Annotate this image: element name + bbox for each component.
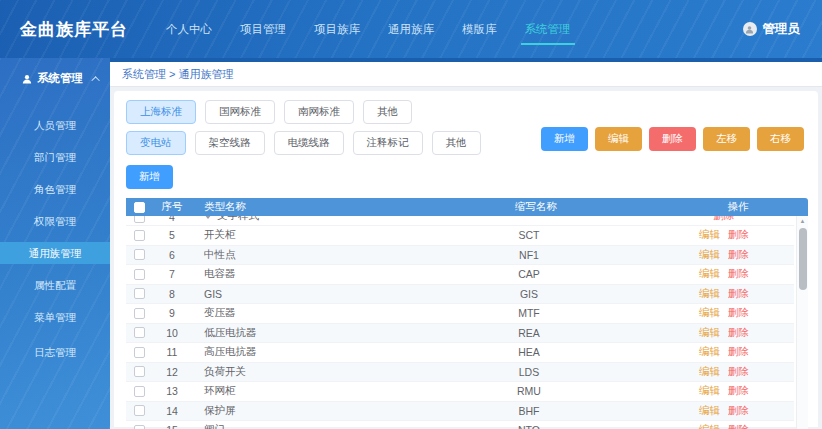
row-delete-link[interactable]: 删除 — [728, 287, 749, 299]
row-delete-link[interactable]: 删除 — [728, 306, 749, 318]
move-left-button[interactable]: 左移 — [703, 127, 750, 151]
user-menu[interactable]: 管理员 — [743, 0, 801, 58]
scroll-up-icon[interactable]: ▲ — [797, 216, 808, 226]
table-row[interactable]: 6 中性点 NF1 编辑删除 — [126, 246, 794, 266]
row-edit-link[interactable]: 编辑 — [699, 228, 720, 240]
category-edit-button[interactable]: 编辑 — [595, 127, 642, 151]
table-row[interactable]: 7 电容器 CAP 编辑删除 — [126, 265, 794, 285]
row-delete-link[interactable]: 删除 — [728, 228, 749, 240]
table-row[interactable]: 14 保护屏 BHF 编辑删除 — [126, 402, 794, 422]
content-panel: 上海标准 国网标准 南网标准 其他 变电站 架空线路 电缆线路 注释标记 其他 … — [114, 91, 818, 427]
row-checkbox[interactable] — [134, 327, 145, 338]
sidebar-item-personnel[interactable]: 人员管理 — [0, 114, 110, 136]
row-delete-link[interactable]: 删除 — [728, 404, 749, 416]
sidebar-item-menu[interactable]: 菜单管理 — [0, 306, 110, 328]
row-delete-link[interactable]: 删除 — [728, 345, 749, 357]
user-avatar-icon — [743, 22, 757, 36]
row-edit-link[interactable]: 编辑 — [699, 365, 720, 377]
col-header-ops: 操作 — [668, 200, 808, 214]
select-all-checkbox[interactable] — [134, 202, 145, 213]
nav-system-management[interactable]: 系统管理 — [525, 0, 571, 58]
tab-standard-other[interactable]: 其他 — [363, 100, 412, 124]
table-row[interactable]: 13 环网柜 RMU 编辑删除 — [126, 382, 794, 402]
move-right-button[interactable]: 右移 — [757, 127, 804, 151]
row-delete-link[interactable]: 删除 — [728, 365, 749, 377]
scrollbar-thumb[interactable] — [799, 228, 807, 290]
nav-project-library[interactable]: 项目族库 — [314, 0, 360, 58]
nav-general-library[interactable]: 通用族库 — [388, 0, 434, 58]
row-checkbox[interactable] — [134, 405, 145, 416]
table-row[interactable]: 8 GIS GIS 编辑删除 — [126, 285, 794, 305]
main-content: 系统管理 > 通用族管理 上海标准 国网标准 南网标准 其他 变电站 架空线路 … — [110, 58, 822, 429]
table-header-row: 序号 类型名称 缩写名称 操作 — [126, 198, 808, 216]
row-delete-link[interactable]: 删除 — [728, 423, 749, 429]
sidebar-item-permission[interactable]: 权限管理 — [0, 210, 110, 232]
table-row[interactable]: 10 低压电抗器 REA 编辑删除 — [126, 324, 794, 344]
row-edit-link[interactable]: 编辑 — [699, 423, 720, 429]
category-delete-button[interactable]: 删除 — [649, 127, 696, 151]
row-checkbox[interactable] — [134, 366, 145, 377]
row-checkbox[interactable] — [134, 216, 145, 223]
tab-category-other[interactable]: 其他 — [432, 131, 481, 155]
user-name: 管理员 — [763, 21, 801, 38]
tab-southerngrid-standard[interactable]: 南网标准 — [284, 100, 354, 124]
sidebar-item-department[interactable]: 部门管理 — [0, 146, 110, 168]
row-delete-link[interactable]: 删除 — [728, 267, 749, 279]
sidebar-title[interactable]: 系统管理 — [0, 58, 110, 100]
row-checkbox[interactable] — [134, 288, 145, 299]
top-nav: 个人中心 项目管理 项目族库 通用族库 模版库 系统管理 — [166, 0, 571, 58]
row-edit-link[interactable]: 编辑 — [699, 345, 720, 357]
tab-shanghai-standard[interactable]: 上海标准 — [126, 100, 196, 124]
sidebar-item-log[interactable]: 日志管理 — [0, 341, 110, 363]
col-header-code: 缩写名称 — [404, 200, 668, 214]
table-row[interactable]: 4 文字样式 删除 — [126, 216, 794, 226]
row-edit-link[interactable]: 编辑 — [699, 248, 720, 260]
tab-annotation[interactable]: 注释标记 — [353, 131, 423, 155]
row-edit-link[interactable]: 编辑 — [699, 384, 720, 396]
sidebar: 系统管理 人员管理 部门管理 角色管理 权限管理 通用族管理 属性配置 菜单管理… — [0, 58, 110, 429]
tab-substation[interactable]: 变电站 — [126, 131, 186, 155]
row-delete-link[interactable]: 删除 — [728, 384, 749, 396]
tab-cable-line[interactable]: 电缆线路 — [274, 131, 344, 155]
table-row[interactable]: 9 变压器 MTF 编辑删除 — [126, 304, 794, 324]
row-delete-link[interactable]: 删除 — [728, 248, 749, 260]
app-header: 金曲族库平台 个人中心 项目管理 项目族库 通用族库 模版库 系统管理 管理员 — [0, 0, 822, 58]
col-header-index: 序号 — [152, 200, 192, 214]
row-delete-link[interactable]: 删除 — [728, 326, 749, 338]
sidebar-item-general-family[interactable]: 通用族管理 — [0, 242, 110, 264]
add-type-button[interactable]: 新增 — [126, 165, 173, 189]
col-header-name: 类型名称 — [192, 200, 404, 214]
row-edit-link[interactable]: 编辑 — [699, 306, 720, 318]
sidebar-item-attribute-config[interactable]: 属性配置 — [0, 274, 110, 296]
table-row[interactable]: 11 高压电抗器 HEA 编辑删除 — [126, 343, 794, 363]
nav-template-library[interactable]: 模版库 — [462, 0, 497, 58]
tab-stategrid-standard[interactable]: 国网标准 — [205, 100, 275, 124]
table-row[interactable]: 15 阀门 NTO 编辑删除 — [126, 421, 794, 429]
table-toolbar: 新增 — [126, 165, 808, 189]
breadcrumb: 系统管理 > 通用族管理 — [110, 62, 822, 87]
row-edit-link[interactable]: 编辑 — [699, 287, 720, 299]
row-checkbox[interactable] — [134, 425, 145, 429]
breadcrumb-text: 系统管理 > 通用族管理 — [122, 68, 234, 80]
sidebar-item-role[interactable]: 角色管理 — [0, 178, 110, 200]
row-checkbox[interactable] — [134, 269, 145, 280]
category-add-button[interactable]: 新增 — [541, 127, 588, 151]
table-scrollbar[interactable]: ▲ ▼ — [796, 216, 808, 429]
table-row[interactable]: 5 开关柜 SCT 编辑删除 — [126, 226, 794, 246]
row-edit-link[interactable]: 编辑 — [699, 267, 720, 279]
sidebar-title-label: 系统管理 — [37, 71, 83, 86]
row-checkbox[interactable] — [134, 249, 145, 260]
row-checkbox[interactable] — [134, 230, 145, 241]
row-checkbox[interactable] — [134, 308, 145, 319]
nav-personal-center[interactable]: 个人中心 — [166, 0, 212, 58]
nav-project-management[interactable]: 项目管理 — [240, 0, 286, 58]
row-checkbox[interactable] — [134, 386, 145, 397]
row-edit-link[interactable]: 编辑 — [699, 404, 720, 416]
chevron-up-icon[interactable] — [91, 76, 99, 84]
row-delete-link[interactable]: 删除 — [714, 216, 735, 221]
tab-overhead-line[interactable]: 架空线路 — [195, 131, 265, 155]
row-edit-link[interactable]: 编辑 — [699, 326, 720, 338]
table-row[interactable]: 12 负荷开关 LDS 编辑删除 — [126, 363, 794, 383]
chevron-down-icon[interactable] — [204, 216, 212, 219]
row-checkbox[interactable] — [134, 347, 145, 358]
